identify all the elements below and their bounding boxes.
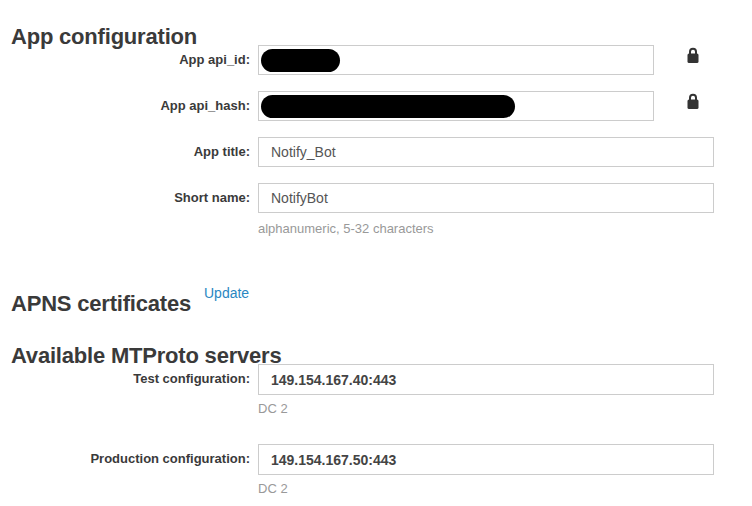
production-configuration-input[interactable] [258, 444, 714, 475]
apns-certificates-heading: APNS certificates [11, 292, 191, 316]
short-name-hint: alphanumeric, 5-32 characters [258, 221, 434, 236]
lock-icon [686, 93, 700, 110]
app-title-input[interactable] [258, 137, 714, 167]
short-name-label: Short name: [0, 183, 250, 213]
redacted-value [261, 49, 340, 72]
apns-update-link[interactable]: Update [204, 285, 249, 301]
api-hash-label: App api_hash: [0, 91, 250, 121]
test-configuration-label: Test configuration: [0, 364, 250, 394]
app-configuration-page: App configuration App api_id: App api_ha… [0, 0, 752, 506]
app-title-label: App title: [0, 137, 250, 167]
lock-icon [686, 47, 700, 64]
api-id-label: App api_id: [0, 45, 250, 75]
redacted-value [261, 95, 515, 118]
production-configuration-hint: DC 2 [258, 481, 288, 496]
test-configuration-input[interactable] [258, 364, 714, 395]
api-hash-input[interactable] [258, 91, 654, 121]
test-configuration-hint: DC 2 [258, 401, 288, 416]
production-configuration-label: Production configuration: [0, 444, 250, 474]
api-id-input[interactable] [258, 45, 654, 75]
short-name-input[interactable] [258, 183, 714, 213]
